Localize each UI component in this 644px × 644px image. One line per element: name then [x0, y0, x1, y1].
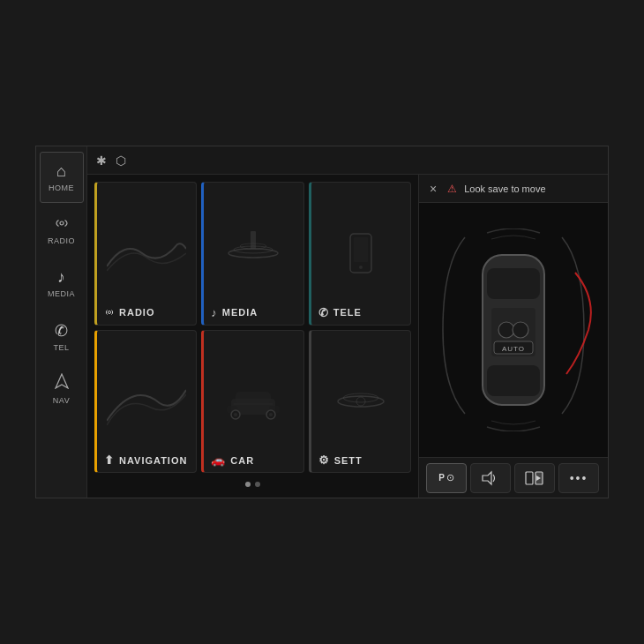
svg-rect-31: [526, 472, 533, 484]
steering-icon: ⊙: [446, 472, 454, 483]
sidebar-label-home: HOME: [49, 183, 74, 192]
settings-tile-icon: ⚙: [318, 453, 330, 467]
warning-icon: ⚠: [447, 183, 457, 195]
right-panel-content: AUTO: [419, 203, 608, 457]
nav-icon: [55, 373, 69, 393]
package-icon: ⬡: [116, 154, 126, 168]
main-area: ✱ ⬡: [87, 146, 608, 498]
nav-tile-icon: ⬆: [104, 453, 115, 467]
tel-bg: [311, 183, 410, 325]
svg-point-26: [498, 322, 514, 338]
svg-point-27: [513, 322, 528, 338]
media-label: ♪ MEDIA: [211, 306, 296, 319]
sidebar-item-tel[interactable]: ✆ TEL: [40, 311, 84, 362]
radio-tile-icon: [104, 306, 115, 319]
sidebar-item-home[interactable]: ⌂ HOME: [40, 152, 84, 203]
tile-nav[interactable]: ⬆ NAVIGATION: [94, 330, 197, 474]
svg-rect-11: [236, 392, 271, 404]
home-icon: ⌂: [56, 162, 66, 181]
toolbar-btn-media[interactable]: [514, 463, 555, 493]
dot-1[interactable]: [245, 482, 251, 487]
car-bg: [204, 331, 303, 473]
radio-label: RADIO: [104, 306, 189, 319]
tel-label: ✆ TELE: [318, 306, 403, 319]
media-icon: ♪: [57, 268, 65, 287]
svg-point-16: [234, 413, 237, 416]
settings-label: ⚙ SETT: [318, 453, 403, 467]
sidebar-label-nav: NAV: [53, 396, 70, 405]
content-split: RADIO: [87, 175, 608, 498]
svg-point-19: [338, 396, 384, 407]
screen-wrapper: ⌂ HOME RADIO ♪ MEDIA ✆ TEL: [35, 146, 609, 498]
toolbar-btn-more[interactable]: •••: [558, 463, 599, 493]
nav-bg: [97, 331, 196, 473]
settings-bg: [311, 331, 410, 473]
svg-rect-8: [354, 237, 368, 262]
tile-media[interactable]: ♪ MEDIA: [201, 182, 303, 326]
sidebar: ⌂ HOME RADIO ♪ MEDIA ✆ TEL: [36, 146, 87, 498]
right-panel: × ⚠ Look save to move: [418, 175, 608, 498]
svg-marker-1: [56, 374, 68, 388]
sidebar-label-radio: RADIO: [48, 236, 75, 245]
nav-label: ⬆ NAVIGATION: [104, 453, 189, 467]
sidebar-label-media: MEDIA: [48, 289, 75, 298]
tile-settings[interactable]: ⚙ SETT: [309, 330, 411, 474]
svg-marker-30: [483, 472, 491, 484]
svg-point-2: [109, 311, 111, 313]
toolbar-btn-park[interactable]: P ⊙: [426, 463, 467, 493]
svg-text:AUTO: AUTO: [502, 345, 525, 353]
tel-icon: ✆: [55, 321, 68, 341]
media-bg: [204, 183, 303, 325]
more-icon: •••: [570, 471, 588, 485]
toolbar-btn-volume[interactable]: [470, 463, 511, 493]
tile-radio[interactable]: RADIO: [94, 182, 197, 326]
sidebar-label-tel: TEL: [53, 343, 69, 352]
radio-bg: [97, 183, 196, 325]
svg-point-9: [359, 266, 363, 269]
warning-text: Look save to move: [464, 183, 545, 194]
car-top-view: AUTO: [434, 228, 593, 431]
media-control-icon: [525, 471, 544, 485]
close-button[interactable]: ×: [426, 180, 440, 198]
car-label: 🚗 CAR: [211, 453, 296, 467]
right-panel-header: × ⚠ Look save to move: [419, 175, 608, 203]
media-tile-icon: ♪: [211, 306, 218, 319]
dot-2[interactable]: [255, 482, 260, 487]
sidebar-item-radio[interactable]: RADIO: [40, 205, 84, 256]
svg-rect-6: [251, 231, 256, 249]
pagination: [94, 478, 411, 490]
volume-icon: [481, 470, 500, 486]
tel-tile-icon: ✆: [318, 306, 329, 319]
car-tile-icon: 🚗: [211, 453, 226, 467]
menu-grid: RADIO: [94, 182, 411, 473]
svg-rect-24: [487, 365, 540, 396]
svg-point-0: [60, 221, 64, 225]
sidebar-item-nav[interactable]: NAV: [40, 363, 84, 415]
svg-point-20: [343, 393, 378, 402]
sidebar-item-media[interactable]: ♪ MEDIA: [40, 258, 84, 309]
svg-rect-23: [487, 268, 540, 299]
svg-point-21: [356, 397, 365, 406]
bluetooth-icon: ✱: [96, 154, 107, 168]
radio-icon: [54, 215, 70, 234]
tile-car[interactable]: 🚗 CAR: [201, 330, 303, 474]
svg-point-17: [269, 413, 273, 416]
bottom-toolbar: P ⊙: [419, 457, 608, 498]
top-bar: ✱ ⬡: [87, 146, 608, 175]
menu-grid-area: RADIO: [87, 175, 418, 498]
tile-tel[interactable]: ✆ TELE: [309, 182, 411, 326]
park-icon: P: [438, 473, 445, 483]
